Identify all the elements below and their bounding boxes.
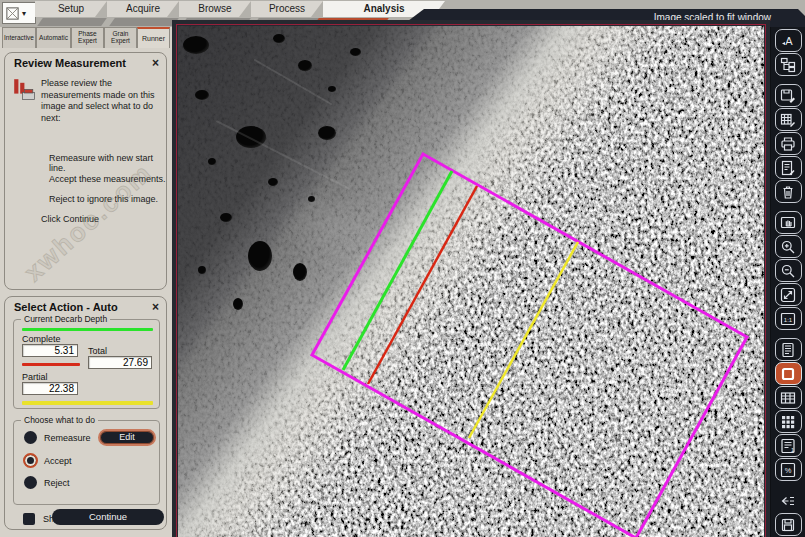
zoom-in-icon[interactable] [775,235,802,258]
decarb-depth-group: Current Decarb Depth Complete 5.31 Total… [13,319,160,409]
review-option-accept: Accept these measurements. [49,174,167,184]
select-action-panel: Select Action - Auto × Current Decarb De… [4,296,167,530]
accept-label: Accept [44,456,72,466]
tab-strip [37,18,107,26]
complete-decarb-line[interactable] [368,186,477,384]
edit-button[interactable]: Edit [98,429,156,446]
panel-title: Select Action - Auto [14,301,118,313]
save-edit-icon[interactable] [775,84,802,107]
image-viewer-frame: xwhoo.com [172,20,770,537]
tab-automatic[interactable]: Automatic [36,27,71,48]
partial-decarb-line[interactable] [469,242,578,438]
actual-size-icon[interactable]: 1:1 [775,307,802,330]
tab-grain-expert[interactable]: Grain Expert [104,27,137,48]
continue-button[interactable]: Continue [52,509,164,525]
save-image-icon[interactable] [775,513,802,536]
review-click-continue: Click Continue [41,214,99,224]
thumbnail-grid-icon[interactable] [775,410,802,433]
partial-line-swatch [22,401,153,405]
micrograph-canvas[interactable]: xwhoo.com [178,26,764,537]
tab-browse[interactable]: Browse [179,1,251,17]
note-edit-icon[interactable] [775,156,802,179]
panel-title: Review Measurement [14,57,126,69]
field-list-icon[interactable]: 1 [775,434,802,457]
accept-radio[interactable] [23,453,38,468]
tab-runner[interactable]: Runner [137,27,170,48]
control-panel: Interactive Automatic Phase Expert Grain… [0,27,172,537]
review-option-reject: Reject to ignore this image. [49,194,167,204]
measurement-icon [13,78,37,102]
svg-text:%: % [785,466,792,475]
print-icon[interactable] [775,132,802,155]
image-placeholder-icon [5,6,20,21]
complete-label: Complete [22,334,61,344]
zoom-out-icon[interactable] [775,259,802,282]
svg-text:A: A [785,35,793,47]
fit-window-icon[interactable] [775,283,802,306]
reject-label: Reject [44,478,70,488]
partial-value-field: 22.38 [22,382,78,395]
tab-acquire[interactable]: Acquire [107,1,179,17]
tab-setup[interactable]: Setup [35,1,107,17]
total-label: Total [88,346,107,356]
group-legend: Current Decarb Depth [21,314,110,324]
reject-radio[interactable] [24,476,37,489]
data-table-icon[interactable] [775,386,802,409]
viewer-toolbar: A 1:1 1 % [771,27,805,537]
review-measurement-panel: Review Measurement × Please review the m… [4,52,167,290]
complete-line-swatch [22,363,80,366]
complete-value-field: 5.31 [22,344,78,357]
dropdown-arrow-icon: ▾ [22,9,26,18]
review-instructions: Please review the measurements made on t… [41,78,163,125]
roi-rectangle[interactable] [312,154,747,537]
export-fields-icon[interactable] [775,489,802,512]
report-icon[interactable] [775,338,802,361]
group-legend: Choose what to do [21,415,98,425]
close-icon[interactable]: × [152,300,159,314]
app-menu-button[interactable]: ▾ [2,2,36,24]
trash-icon[interactable] [775,180,802,203]
tab-strip [109,18,179,26]
svg-text:1:1: 1:1 [784,316,793,322]
measure-stats-icon[interactable]: % [775,458,802,481]
close-icon[interactable]: × [152,56,159,70]
choose-action-group: Choose what to do Remeasure Edit Accept … [13,420,160,505]
tab-interactive[interactable]: Interactive [2,27,36,48]
grid-edit-icon[interactable] [775,108,802,131]
pan-view-icon[interactable] [775,211,802,234]
tree-view-icon[interactable] [775,53,802,76]
annotate-text-icon[interactable]: A [775,29,802,52]
remeasure-label: Remeasure [44,433,91,443]
tab-phase-expert[interactable]: Phase Expert [71,27,104,48]
tab-process[interactable]: Process [251,1,323,17]
app-window: ▾ Setup Acquire Browse Process Analysis … [0,0,805,537]
show-decarb-profile-checkbox[interactable] [23,513,35,525]
measurement-overlay[interactable] [178,26,764,537]
remeasure-radio[interactable] [24,431,37,444]
partial-label: Partial [22,372,48,382]
image-view-icon[interactable] [775,362,802,385]
start-line-swatch [22,328,153,331]
total-value-field: 27.69 [88,356,152,369]
review-option-remeasure: Remeasure with new start line. [49,153,167,173]
